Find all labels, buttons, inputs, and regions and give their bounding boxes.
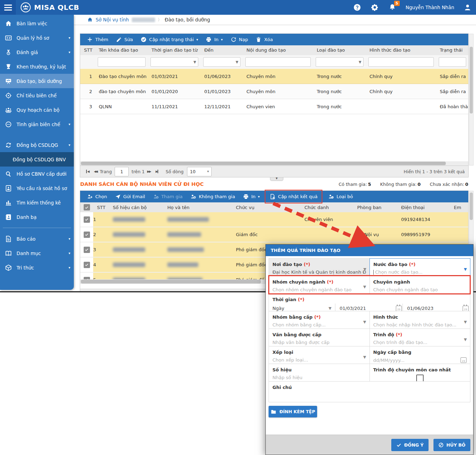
- avatar[interactable]: [463, 3, 472, 12]
- refresh-icon: [231, 37, 237, 43]
- highest-qualification-checkbox[interactable]: [416, 375, 424, 382]
- attach-file-button[interactable]: ĐÍNH KÈM TỆP: [269, 406, 317, 417]
- table-row[interactable]: 3QLNN11/11/202112/11/2021Chuyen vienTron…: [80, 99, 468, 114]
- breadcrumb-root[interactable]: Sở Nội vụ tỉnh: [96, 17, 129, 22]
- rows-per-page-select[interactable]: 10▾: [187, 167, 212, 176]
- report-icon: [5, 235, 12, 242]
- filter-trang-thai-input[interactable]: [439, 58, 466, 66]
- column-header[interactable]: Số hiệu cán bộ: [109, 205, 163, 210]
- update-status-button[interactable]: Cập nhật trạng thái▾: [137, 34, 202, 45]
- xep-loai-field[interactable]: Xếp loại Chọn xếp loại... ▼: [269, 346, 370, 364]
- column-header[interactable]: Trạng thái: [436, 47, 468, 53]
- next-page-button[interactable]: ▶▶: [147, 170, 151, 173]
- sidebar-item-danh-muc[interactable]: Danh mục▾: [0, 246, 74, 260]
- select-all-checkbox[interactable]: [84, 204, 90, 210]
- column-header[interactable]: Phòng ban: [353, 205, 397, 210]
- table-row[interactable]: 1 Chuyên viên 0919248134: [80, 212, 468, 227]
- sidebar-item-tinh-gian-bien-che[interactable]: Tinh giản biên chế▾: [0, 117, 74, 131]
- print-button[interactable]: In▾: [202, 34, 226, 45]
- column-header[interactable]: Chức danh: [301, 205, 353, 210]
- column-header[interactable]: Điện thoại: [397, 205, 450, 210]
- row-checkbox[interactable]: [84, 247, 90, 253]
- update-result-button[interactable]: Cập nhật kết quả: [266, 191, 321, 202]
- sidebar-item-tim-kiem-thong-ke[interactable]: Tìm kiếm thống kê: [0, 195, 74, 210]
- sidebar-item-yeu-cau-ra-soat[interactable]: Yêu cầu rà soát hồ sơ: [0, 181, 74, 195]
- easel-icon: [5, 78, 12, 85]
- noi-dao-tao-field[interactable]: Nơi đào tạo (*) Đại học Kinh tế và Quản …: [269, 258, 370, 276]
- column-header[interactable]: Nội dung đào tạo: [243, 47, 313, 53]
- select-button[interactable]: Chọn: [83, 191, 111, 202]
- trinh-do-field[interactable]: Trình độ (*) Chọn trình độ đào tạo... ▼: [369, 329, 471, 346]
- sidebar-subitem-dong-bo-csdlqg-bnv[interactable]: Đồng bộ CSDLQG BNV: [0, 152, 74, 167]
- filter-ten-khoa-input[interactable]: [98, 58, 145, 66]
- filter-hinh-thuc-input[interactable]: [369, 58, 433, 66]
- sidebar-item-ban-lam-viec[interactable]: Bàn làm việc: [0, 16, 74, 31]
- row-checkbox[interactable]: [84, 277, 90, 280]
- reload-button[interactable]: Nạp: [227, 34, 252, 45]
- hamburger-menu-button[interactable]: [0, 0, 16, 15]
- column-header[interactable]: Đến: [200, 47, 243, 53]
- chuyen-nganh-field[interactable]: Chuyên ngành Chọn chuyên ngành đào tạo: [369, 276, 471, 294]
- filter-loai-dropdown[interactable]: ▼: [316, 57, 364, 67]
- user-name[interactable]: Nguyễn Thành Nhân: [406, 5, 454, 10]
- ngay-cap-bang-field[interactable]: Ngày cấp bằng dd/MM/yyyy...23: [369, 346, 471, 364]
- ghi-chu-field[interactable]: Ghi chú: [269, 381, 470, 402]
- sidebar-item-ho-so-cbnv[interactable]: Hồ sơ CBNV cấp dưới: [0, 167, 74, 181]
- bell-icon[interactable]: 5: [388, 3, 397, 12]
- gear-icon[interactable]: [371, 3, 379, 12]
- cancel-button[interactable]: HỦY BỎ: [433, 439, 470, 451]
- column-header[interactable]: Hình thức đào tạo: [366, 47, 436, 53]
- column-header[interactable]: STT: [80, 47, 95, 53]
- collapse-handle[interactable]: ▼: [270, 177, 283, 181]
- column-header[interactable]: Chức vụ: [232, 205, 301, 210]
- row-checkbox[interactable]: [84, 262, 90, 268]
- van-bang-field[interactable]: Văn bằng được cấp Nhập văn bằng được cấp: [269, 329, 370, 346]
- page-number-input[interactable]: 1: [115, 167, 129, 176]
- sidebar-item-danh-gia[interactable]: Đánh giá▾: [0, 45, 74, 59]
- sidebar-item-chi-tieu-bien-che[interactable]: Chỉ tiêu biên chế: [0, 88, 74, 103]
- row-checkbox[interactable]: [84, 216, 90, 223]
- so-hieu-field[interactable]: Số hiệu Nhập số hiệu: [269, 364, 370, 382]
- not-join-button[interactable]: Không tham gia: [186, 191, 239, 202]
- join-button[interactable]: Tham gia: [149, 191, 187, 202]
- column-header[interactable]: Em: [450, 205, 468, 210]
- table-row[interactable]: 2 Giám đốc Sở Nội vụ 0989951979: [80, 227, 468, 242]
- send-email-button[interactable]: Gửi Email: [111, 191, 149, 202]
- nhom-bang-cap-field[interactable]: Nhóm bằng cấp (*) Chọn nhóm bằng cấp... …: [269, 311, 370, 329]
- prev-page-button[interactable]: ◀◀: [94, 170, 97, 173]
- edit-button[interactable]: Sửa: [112, 34, 137, 45]
- horizontal-scrollbar[interactable]: [80, 161, 468, 165]
- sidebar-item-quan-ly-ho-so[interactable]: Quản lý hồ sơ▾: [0, 31, 74, 45]
- column-header[interactable]: Tên khóa đào tạo: [95, 47, 148, 53]
- sidebar-item-quy-hoach-can-bo[interactable]: Quy hoạch cán bộ: [0, 103, 74, 117]
- table-row[interactable]: 1Đào tạo chuyên môn01/03/202101/06/2023C…: [80, 69, 468, 84]
- sidebar-item-tri-thuc[interactable]: Tri thức▾: [0, 260, 74, 275]
- sidebar-item-bao-cao[interactable]: Báo cáo▾: [0, 232, 74, 246]
- sidebar-item-khen-thuong[interactable]: Khen thưởng, kỷ luật: [0, 59, 74, 74]
- hinh-thuc-field[interactable]: Hình thức Chọn hoặc nhập hình thức đào t…: [369, 311, 471, 329]
- nhom-chuyen-nganh-field[interactable]: Nhóm chuyên ngành (*) Chọn nhóm chuyên n…: [269, 276, 370, 294]
- column-header[interactable]: Họ và tên: [163, 205, 232, 210]
- last-page-button[interactable]: ▶: [155, 170, 158, 173]
- sidebar-item-dong-bo-csdlqg[interactable]: Đồng bộ CSDLQG▾: [0, 138, 74, 152]
- sidebar-item-danh-ba[interactable]: Danh bạ: [0, 210, 74, 224]
- delete-button[interactable]: Xóa: [252, 34, 277, 45]
- remove-button[interactable]: Loại bỏ: [324, 191, 357, 202]
- filter-tu-dropdown[interactable]: ▼: [150, 57, 198, 67]
- add-button[interactable]: Thêm: [83, 34, 112, 45]
- print-button[interactable]: In▾: [239, 191, 264, 202]
- ok-button[interactable]: ĐỒNG Ý: [391, 439, 429, 451]
- first-page-button[interactable]: ◀: [86, 170, 89, 173]
- vertical-scrollbar[interactable]: [469, 191, 474, 244]
- vertical-scrollbar[interactable]: [469, 34, 474, 165]
- row-checkbox[interactable]: [84, 232, 90, 238]
- column-header[interactable]: Thời gian đào tạo từ: [148, 47, 200, 53]
- column-header[interactable]: Loại đào tạo: [313, 47, 366, 53]
- help-icon[interactable]: [353, 3, 361, 12]
- column-header[interactable]: STT: [93, 205, 109, 210]
- sidebar-item-dao-tao-boi-duong[interactable]: Đào tạo, bồi dưỡng: [0, 74, 74, 88]
- table-row[interactable]: 2đào tạo chuyên môn01/01/202001/01/2023C…: [80, 84, 468, 99]
- filter-den-dropdown[interactable]: ▼: [203, 57, 240, 67]
- filter-noi-dung-input[interactable]: [246, 58, 310, 66]
- nuoc-dao-tao-field[interactable]: Nước đào tạo (*) Chọn nước đào tạo... ▼: [369, 258, 470, 276]
